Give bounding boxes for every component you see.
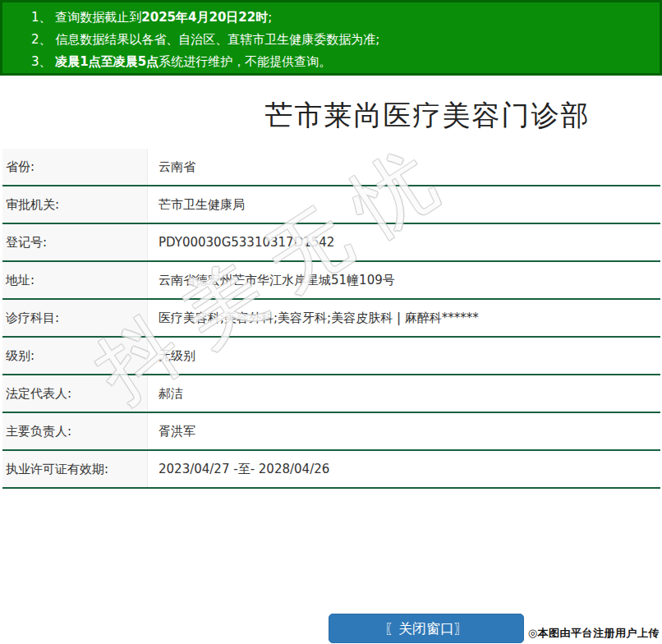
row-value: 医疗美容科;美容外科;美容牙科;美容皮肤科 | 麻醉科****** — [148, 300, 660, 336]
row-label: 登记号: — [2, 224, 148, 260]
row-label: 地址: — [2, 262, 148, 298]
page-title: 芒市莱尚医疗美容门诊部 — [193, 97, 662, 133]
table-row-medical-subjects: 诊疗科目: 医疗美容科;美容外科;美容牙科;美容皮肤科 | 麻醉科****** — [2, 300, 660, 338]
notice-text: 系统进行维护，不能提供查询。 — [159, 54, 331, 69]
table-row-province: 省份: 云南省 — [2, 149, 660, 186]
row-label: 执业许可证有效期: — [2, 451, 148, 487]
table-row-principal: 主要负责人: 胥洪军 — [2, 413, 660, 451]
row-label: 法定代表人: — [2, 375, 148, 412]
notice-text: 1、 查询数据截止到 — [31, 10, 141, 25]
table-row-level: 级别: 无级别 — [2, 338, 660, 375]
table-row-license-validity: 执业许可证有效期: 2023/04/27 -至- 2028/04/26 — [2, 451, 660, 489]
notice-line-1: 1、 查询数据截止到2025年4月20日22时; — [31, 7, 651, 29]
notice-line-2: 2、 信息数据结果以各省、自治区、直辖市卫生健康委数据为准; — [31, 29, 651, 51]
close-window-button[interactable]: 〖关闭窗口〗 — [329, 614, 524, 643]
table-row-approval-authority: 审批机关: 芒市卫生健康局 — [2, 186, 660, 224]
row-value: PDY00030G53310317D1542 — [148, 224, 660, 260]
image-credit: ◎本图由平台注册用户上传 — [528, 626, 660, 641]
row-value: 云南省德宏州芒市华江水岸星城51幢109号 — [148, 262, 660, 298]
row-label: 省份: — [2, 149, 148, 185]
query-result-page: 1、 查询数据截止到2025年4月20日22时; 2、 信息数据结果以各省、自治… — [0, 0, 662, 644]
row-label: 主要负责人: — [2, 413, 148, 449]
notice-bold-text: 凌晨1点至凌晨5点 — [55, 54, 159, 69]
notice-text: 3、 — [31, 54, 55, 69]
row-value: 云南省 — [148, 149, 660, 185]
row-label: 诊疗科目: — [2, 300, 148, 336]
notice-line-3: 3、 凌晨1点至凌晨5点系统进行维护，不能提供查询。 — [31, 51, 651, 73]
notice-text: ; — [268, 10, 272, 25]
row-label: 审批机关: — [2, 186, 148, 223]
row-value: 2023/04/27 -至- 2028/04/26 — [148, 451, 660, 487]
notice-text: 2、 信息数据结果以各省、自治区、直辖市卫生健康委数据为准; — [31, 32, 379, 47]
table-row-address: 地址: 云南省德宏州芒市华江水岸星城51幢109号 — [2, 262, 660, 300]
table-row-registration-number: 登记号: PDY00030G53310317D1542 — [2, 224, 660, 262]
table-row-legal-representative: 法定代表人: 郝洁 — [2, 375, 660, 413]
row-value: 芒市卫生健康局 — [148, 186, 660, 223]
row-value: 胥洪军 — [148, 413, 660, 449]
notice-bold-text: 2025年4月20日22时 — [141, 10, 268, 25]
row-value: 无级别 — [148, 338, 660, 374]
row-label: 级别: — [2, 338, 148, 374]
institution-details-table: 省份: 云南省 审批机关: 芒市卫生健康局 登记号: PDY00030G5331… — [2, 149, 660, 489]
notice-banner: 1、 查询数据截止到2025年4月20日22时; 2、 信息数据结果以各省、自治… — [0, 0, 662, 76]
row-value: 郝洁 — [148, 375, 660, 412]
